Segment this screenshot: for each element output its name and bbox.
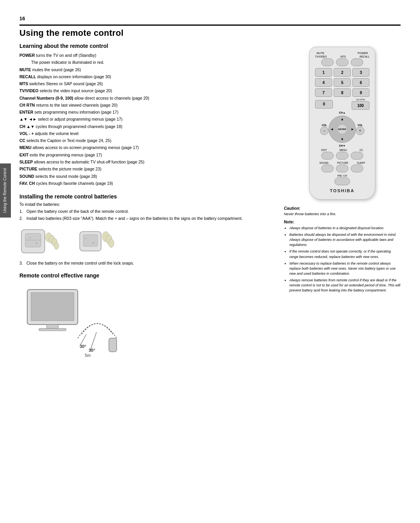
sound-line: SOUND selects the sound mode (page 28) <box>19 173 268 179</box>
right-arrow-btn[interactable]: ► <box>351 127 354 131</box>
tvvideo-label: TV/VIDEO <box>315 55 327 58</box>
note-item-2: Batteries should always be disposed of w… <box>289 232 401 247</box>
power-indicator-line: The power indicator is illuminated in re… <box>19 59 268 65</box>
power-line: POWER turns the TV on and off (Standby) <box>19 52 268 58</box>
sleep-line: SLEEP allows access to the automatic TV … <box>19 159 268 165</box>
svg-text:+: + <box>36 242 37 245</box>
svg-rect-17 <box>31 293 74 321</box>
down-arrow-btn[interactable]: ▼ <box>341 137 344 141</box>
install-step3-list: 3.Close the battery on the remote contro… <box>19 260 268 266</box>
mute-label: MUTE <box>317 52 324 54</box>
btn-100[interactable]: 100 <box>352 101 369 110</box>
menu-label: MENU <box>340 149 347 151</box>
sound-picture-sleep-labels: SOUND PICTURE SLEEP <box>313 161 371 164</box>
recall-line: RECALL displays on-screen information (p… <box>19 74 268 80</box>
install-step-2: 2.Install two batteries (R03 size "AAA")… <box>19 215 268 221</box>
range-heading: Remote control effective range <box>19 272 268 279</box>
svg-text:5m: 5m <box>85 353 91 358</box>
note-item-4: When necessary to replace batteries in t… <box>289 261 401 276</box>
menu-line: MENU allows access to on-screen programm… <box>19 144 268 151</box>
install-steps: 1.Open the battery cover of the back of … <box>19 208 268 222</box>
sidebar-tab-line1: Using the Remote Control <box>3 168 7 213</box>
install-step-1: 1.Open the battery cover of the back of … <box>19 208 268 214</box>
installing-heading: Installing the remote control batteries <box>19 193 268 200</box>
btn-6[interactable]: 6 <box>352 78 369 87</box>
svg-text:30°: 30° <box>80 344 86 349</box>
note-item-5: Always remove batteries from remote cont… <box>289 278 401 293</box>
vol-plus-btn[interactable]: + <box>356 126 364 135</box>
brand-label: TOSHIBA <box>313 188 371 193</box>
svg-text:+: + <box>93 242 94 244</box>
enter-btn[interactable]: ENTER <box>337 124 347 134</box>
sound-picture-sleep-row <box>313 165 371 172</box>
recall-label: RECALL <box>360 55 369 58</box>
numpad: 1 2 3 4 5 6 7 8 9 <box>313 68 371 97</box>
right-col: MUTE POWER TV/VIDEO MTS RECALL <box>284 43 401 342</box>
svg-rect-20 <box>109 338 117 352</box>
range-image: 30° 30° 5m <box>19 282 97 340</box>
exit-label: EXIT <box>321 149 327 151</box>
power-label: POWER <box>358 52 368 54</box>
btn-4[interactable]: 4 <box>315 78 332 87</box>
vol-minus-btn[interactable]: – <box>320 126 329 135</box>
page: Using the Remote Control 16 Using the re… <box>0 0 420 523</box>
note-item-3: If the remote control does not operate c… <box>289 249 401 259</box>
btn-1[interactable]: 1 <box>315 68 332 77</box>
vol-left-group: VOL – <box>320 124 329 135</box>
mute-line: MUTE mutes the sound (page 26) <box>19 67 268 73</box>
sleep-btn[interactable] <box>351 165 363 172</box>
note-title: Note: <box>284 219 401 224</box>
svg-rect-18 <box>47 325 58 328</box>
chrtn-line: CH RTN returns to the last viewed channe… <box>19 102 268 108</box>
battery-images: – + – + <box>19 226 268 257</box>
btn-3[interactable]: 3 <box>352 68 369 77</box>
sound-label: SOUND <box>319 161 328 164</box>
picture-line: PICTURE selects the picture mode (page 2… <box>19 166 268 172</box>
channel-numbers-line: Channel Numbers (0-9, 100) allow direct … <box>19 95 268 101</box>
vol-line: VOL - + adjusts the volume level <box>19 130 268 137</box>
btn-9[interactable]: 9 <box>352 88 369 97</box>
btn-5[interactable]: 5 <box>334 78 351 87</box>
btn-2[interactable]: 2 <box>334 68 351 77</box>
caution-section: Caution: Never throw batteries into a fi… <box>284 206 401 293</box>
exit-menu-cc-row <box>313 152 371 160</box>
main-content: Learning about the remote control POWER … <box>19 43 276 342</box>
favch-line: FAV. CH cycles through favorite channels… <box>19 180 268 186</box>
favch-btn[interactable] <box>334 177 350 185</box>
btn-0[interactable]: 0 <box>315 100 333 109</box>
exit-btn[interactable] <box>321 152 334 160</box>
mts-btn[interactable] <box>336 58 348 66</box>
ch-down-label: CH▼ <box>313 144 371 147</box>
nav-circle: ENTER ▲ ▼ ◄ ► <box>329 116 356 143</box>
svg-text:–: – <box>29 236 31 239</box>
vol-label-left: VOL <box>322 124 327 126</box>
note-item-1: Always dispose of batteries in a designa… <box>289 226 401 231</box>
up-arrow-btn[interactable]: ▲ <box>341 117 344 121</box>
sleep-label: SLEEP <box>357 161 365 164</box>
btn-8[interactable]: 8 <box>334 88 351 97</box>
installing-section: Installing the remote control batteries … <box>19 193 268 266</box>
nav-arrows-line: ▲▼ ◄► select or adjust programming menus… <box>19 116 268 122</box>
tvvideo-line: TV/VIDEO selects the video input source … <box>19 88 268 94</box>
mts-line: MTS switches Stereo or SAP sound (page 2… <box>19 81 268 87</box>
svg-rect-19 <box>39 328 66 331</box>
vol-right-group: VOL + <box>356 124 364 135</box>
sidebar-tab: Using the Remote Control <box>0 163 11 218</box>
page-body: Learning about the remote control POWER … <box>19 43 401 342</box>
caution-text: Never throw batteries into a fire. <box>284 211 401 216</box>
picture-btn[interactable] <box>336 165 348 172</box>
sound-btn[interactable] <box>321 165 334 172</box>
menu-btn[interactable] <box>336 152 348 160</box>
page-number: 16 <box>19 16 401 21</box>
btn-7[interactable]: 7 <box>315 88 332 97</box>
caution-title: Caution: <box>284 206 401 211</box>
svg-text:30°: 30° <box>89 348 95 353</box>
svg-text:–: – <box>85 237 86 240</box>
left-arrow-btn[interactable]: ◄ <box>330 127 334 131</box>
remote-body: MUTE POWER TV/VIDEO MTS RECALL <box>309 47 375 200</box>
tvvideo-btn[interactable] <box>321 58 334 66</box>
ch-up-label: CH▲ <box>313 111 371 114</box>
exit-menu-cc-labels: EXIT MENU CC <box>313 149 371 151</box>
cc-btn[interactable] <box>351 152 363 160</box>
recall-btn[interactable] <box>351 58 363 66</box>
